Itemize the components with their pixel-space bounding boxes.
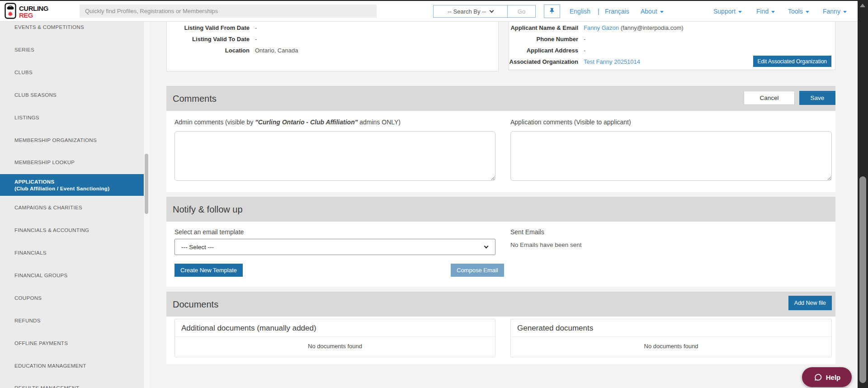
sidebar-item-membership-lookup[interactable]: MEMBERSHIP LOOKUP: [0, 151, 144, 173]
sent-emails-label: Sent Emails: [510, 228, 544, 236]
main-content: Listing Valid From Date-Listing Valid To…: [149, 22, 858, 388]
chevron-down-icon: [489, 8, 494, 13]
info-row: Listing Valid To Date-: [167, 33, 498, 45]
info-value: -: [584, 47, 585, 54]
info-value-link[interactable]: Test Fanny 20251014: [584, 58, 640, 65]
comments-title: Comments: [173, 93, 217, 104]
help-button[interactable]: Help: [802, 367, 852, 387]
generated-documents-card: Generated documents No documents found: [510, 319, 832, 357]
sidebar-item-membership-organizations[interactable]: MEMBERSHIP ORGANIZATIONS: [0, 129, 144, 151]
curling-stone-logo-icon: [5, 3, 16, 21]
language-english-link[interactable]: English: [570, 1, 590, 22]
info-label: Phone Number: [509, 36, 584, 43]
info-row: Applicant Name & EmailFanny Gazon (fanny…: [509, 22, 835, 33]
curling-reg-logo[interactable]: CURLING REG: [5, 3, 48, 21]
info-row: Applicant Address-: [509, 45, 835, 56]
menu-support[interactable]: Support: [713, 1, 742, 22]
admin-comments-textarea[interactable]: [175, 131, 495, 181]
sidebar-item-offline-payments[interactable]: OFFLINE PAYMENTS: [0, 332, 144, 354]
menu-user-fanny[interactable]: Fanny: [823, 1, 847, 22]
sidebar-item-events-competitions[interactable]: EVENTS & COMPETITIONS: [0, 22, 144, 38]
caret-down-icon: [843, 11, 847, 13]
sidebar-item-listings[interactable]: LISTINGS: [0, 107, 144, 128]
email-template-select[interactable]: --- Select ---: [175, 239, 495, 255]
go-button[interactable]: Go: [508, 5, 535, 17]
sidebar-item-series[interactable]: SERIES: [0, 39, 144, 61]
sidebar-item-clubs[interactable]: CLUBS: [0, 62, 144, 83]
menu-find[interactable]: Find: [756, 1, 775, 22]
compose-email-button[interactable]: Compose Email: [451, 264, 504, 277]
info-label: Listing Valid From Date: [167, 24, 255, 31]
info-row: Phone Number-: [509, 33, 835, 45]
sidebar-item-applications[interactable]: APPLICATIONS(Club Affiliation / Event Sa…: [0, 174, 144, 196]
caret-down-icon: [771, 11, 775, 13]
info-value: Fanny Gazon (fanny@interpodia.com): [584, 24, 684, 31]
sidebar-item-financials[interactable]: FINANCIALS: [0, 242, 144, 264]
add-new-file-button[interactable]: Add New file: [788, 296, 832, 310]
sidebar-scrollbar[interactable]: [144, 22, 149, 388]
info-value: -: [584, 36, 585, 43]
search-by-group: -- Search By -- Go: [433, 5, 536, 18]
info-label: Location: [167, 47, 255, 54]
sidebar-scrollbar-thumb[interactable]: [145, 154, 148, 214]
language-francais-link[interactable]: Français: [605, 1, 629, 22]
scrollbar-up-arrow-icon[interactable]: [860, 4, 865, 7]
info-label: Associated Organization: [509, 58, 584, 65]
language-separator: |: [598, 1, 599, 22]
quick-find-input[interactable]: [80, 5, 377, 18]
info-row: LocationOntario, Canada: [167, 45, 498, 56]
comments-section-body: Admin comments (visible by "Curling Onta…: [166, 111, 835, 192]
sent-emails-empty-text: No Emails have been sent: [510, 241, 582, 248]
sidebar-item-financials-accounting[interactable]: FINANCIALS & ACCOUNTING: [0, 219, 144, 241]
info-value-link[interactable]: Fanny Gazon: [584, 24, 619, 31]
search-by-label: -- Search By --: [448, 8, 486, 15]
pin-button[interactable]: [544, 5, 560, 18]
sidebar-item-campaigns-charities[interactable]: CAMPAIGNS & CHARITIES: [0, 197, 144, 218]
documents-title: Documents: [173, 299, 218, 309]
notify-section-body: Select an email template --- Select --- …: [166, 222, 835, 287]
logo-text-curling: CURLING: [19, 5, 48, 12]
top-header: CURLING REG -- Search By -- Go English |…: [0, 1, 858, 22]
documents-section-body: Additional documents (manually added) No…: [166, 317, 835, 364]
sidebar-item-results-management[interactable]: RESULTS MANAGEMENT: [0, 377, 144, 388]
generated-documents-empty-text: No documents found: [511, 337, 831, 350]
save-button[interactable]: Save: [799, 91, 835, 105]
info-value: Test Fanny 20251014: [584, 58, 640, 65]
additional-documents-empty-text: No documents found: [175, 337, 495, 350]
application-comments-textarea[interactable]: [510, 131, 832, 181]
edit-associated-organization-button[interactable]: Edit Associated Organization: [753, 56, 831, 67]
notify-title: Notify & follow up: [173, 204, 243, 214]
pushpin-icon: [549, 7, 556, 16]
info-value: Ontario, Canada: [255, 47, 298, 54]
email-template-select-value: --- Select ---: [181, 244, 214, 251]
sidebar-item-club-seasons[interactable]: CLUB SEASONS: [0, 84, 144, 106]
logo-text-reg: REG: [19, 12, 48, 19]
sidebar-item-education-management[interactable]: EDUCATION MANAGEMENT: [0, 355, 144, 377]
info-row: Listing Valid From Date-: [167, 22, 498, 33]
help-button-label: Help: [826, 374, 841, 381]
page-scrollbar-thumb[interactable]: [859, 176, 866, 383]
menu-about[interactable]: About: [641, 1, 664, 22]
sidebar-item-coupons[interactable]: COUPONS: [0, 287, 144, 309]
sidebar-item-refunds[interactable]: REFUNDS: [0, 310, 144, 331]
application-comments-label: Application comments (Visible to applica…: [510, 118, 631, 126]
info-value: -: [255, 24, 257, 31]
comments-section-header: Comments Cancel Save: [166, 86, 835, 111]
create-new-template-button[interactable]: Create New Template: [175, 264, 243, 277]
info-label: Applicant Address: [509, 47, 584, 54]
caret-down-icon: [738, 11, 742, 13]
window-top-border: [0, 0, 868, 1]
documents-section-header: Documents Add New file: [166, 292, 835, 317]
page-scrollbar[interactable]: [858, 0, 868, 388]
chevron-down-icon: [484, 244, 489, 248]
applicant-details-card: Applicant Name & EmailFanny Gazon (fanny…: [509, 22, 835, 70]
sidebar-menu: EVENTS & COMPETITIONSSERIESCLUBSCLUB SEA…: [0, 22, 144, 388]
sidebar-item-financial-groups[interactable]: FINANCIAL GROUPS: [0, 265, 144, 286]
additional-documents-card: Additional documents (manually added) No…: [175, 319, 495, 357]
additional-documents-title: Additional documents (manually added): [175, 319, 495, 337]
info-label: Applicant Name & Email: [509, 24, 584, 31]
cancel-button[interactable]: Cancel: [744, 91, 795, 105]
search-by-dropdown[interactable]: -- Search By --: [434, 5, 508, 17]
listing-details-card: Listing Valid From Date-Listing Valid To…: [166, 22, 499, 71]
menu-tools[interactable]: Tools: [788, 1, 809, 22]
